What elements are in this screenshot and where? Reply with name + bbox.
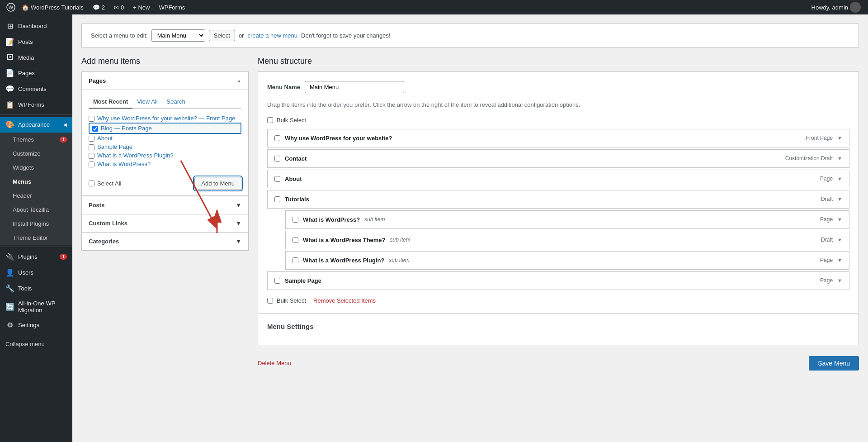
sidebar-item-posts[interactable]: 📝 Posts [0,34,72,50]
sidebar-item-all-in-one[interactable]: 🔄 All-in-One WP Migration [0,296,72,317]
menu-item-arrow-why-wp[interactable]: ▼ [837,135,842,141]
menu-item-checkbox-why-wp[interactable] [274,135,280,141]
sidebar-item-wpforms[interactable]: 📋 WPForms [0,97,72,113]
menu-item-checkbox-what-is-theme[interactable] [292,237,298,243]
avatar [850,2,861,13]
select-all-label[interactable]: Select All [89,180,121,187]
sidebar-item-dashboard[interactable]: ⊞ Dashboard [0,18,72,34]
page-label-blog[interactable]: Blog — Posts Page [101,125,152,132]
create-new-menu-link[interactable]: create a new menu [247,32,297,39]
menu-item-row-about: About Page ▼ [268,170,849,188]
bulk-select-bottom: Bulk Select Remove Selected Items [267,297,849,304]
menu-item-arrow-tutorials[interactable]: ▼ [837,196,842,202]
sidebar-item-header[interactable]: Header [0,189,72,203]
pages-icon: 📄 [5,69,14,77]
menu-item-arrow-what-is-wp[interactable]: ▼ [837,217,842,222]
adminbar-comments[interactable]: 💬 2 [89,0,108,14]
menu-item-checkbox-what-is-wp[interactable] [292,217,298,223]
menu-item-checkbox-sample-page[interactable] [274,278,280,284]
home-icon: 🏠 [22,4,29,11]
sidebar-item-install-plugins[interactable]: Install Plugins [0,217,72,231]
remove-selected-link[interactable]: Remove Selected Items [313,297,376,304]
pages-accordion-header[interactable]: Pages ▲ [82,72,248,90]
users-icon: 👤 [5,268,14,277]
categories-accordion-header[interactable]: Categories ▼ [82,233,248,250]
sidebar-item-settings[interactable]: ⚙ Settings [0,317,72,333]
menu-item-left-tutorials: Tutorials [274,196,309,203]
adminbar-wpforms[interactable]: WPForms [155,0,189,14]
posts-chevron-icon: ▼ [236,202,241,209]
sidebar-item-theme-editor[interactable]: Theme Editor [0,231,72,245]
sidebar-item-users[interactable]: 👤 Users [0,265,72,280]
select-all-checkbox[interactable] [89,181,94,186]
adminbar-new[interactable]: + New [129,0,153,14]
sidebar-label-tools: Tools [18,285,32,292]
tab-search[interactable]: Search [162,95,190,109]
wp-logo[interactable]: W [4,0,18,14]
new-label: + New [133,4,150,11]
menu-item-arrow-what-is-plugin[interactable]: ▼ [837,257,842,263]
menu-select-dropdown[interactable]: Main Menu [151,29,205,42]
page-checkbox-what-plugin[interactable] [89,153,94,159]
menu-item-arrow-sample-page[interactable]: ▼ [837,278,842,283]
sidebar-item-comments[interactable]: 💬 Comments [0,81,72,97]
sidebar-item-about-teczilla[interactable]: About Teczilla [0,203,72,217]
menu-item-sample-page: Sample Page Page ▼ [267,271,849,290]
page-checkbox-what-wp[interactable] [89,162,94,167]
appearance-icon: 🎨 [5,120,14,129]
menu-item-arrow-what-is-theme[interactable]: ▼ [837,237,842,242]
tab-view-all[interactable]: View All [132,95,162,109]
bulk-select-top-checkbox[interactable] [267,117,273,123]
page-label-why-wp[interactable]: Why use WordPress for your website? — Fr… [97,115,235,122]
page-checkbox-why-wp[interactable] [89,116,94,122]
page-checkbox-sample[interactable] [89,144,94,150]
add-to-menu-button[interactable]: Add to Menu [194,177,241,190]
sidebar-item-customize[interactable]: Customize [0,147,72,161]
page-label-about[interactable]: About [97,135,113,142]
adminbar-site[interactable]: 🏠 WordPress Tutorials [18,0,87,14]
menu-item-arrow-about[interactable]: ▼ [837,176,842,181]
menu-item-checkbox-tutorials[interactable] [274,196,280,202]
sidebar-item-themes[interactable]: Themes 1 [0,133,72,147]
sidebar-label-posts: Posts [18,38,33,45]
page-checkbox-blog[interactable] [92,126,98,132]
bulk-select-bottom-checkbox[interactable] [267,298,273,304]
pages-chevron-icon: ▲ [237,78,241,83]
page-label-what-wp[interactable]: What is WordPress? [97,161,151,167]
sidebar-label-plugins: Plugins [18,253,38,260]
bulk-select-top-label[interactable]: Bulk Select [277,117,306,124]
page-label-sample[interactable]: Sample Page [97,143,132,150]
menu-item-right-sample-page: Page ▼ [820,277,842,284]
bulk-select-bottom-label[interactable]: Bulk Select [277,297,306,304]
sidebar-item-menus[interactable]: Menus [0,175,72,189]
sidebar-item-appearance[interactable]: 🎨 Appearance ◀ [0,117,72,133]
posts-icon: 📝 [5,38,14,46]
menu-item-why-wp: Why use WordPress for your website? Fron… [267,129,849,147]
adminbar-howdy[interactable]: Howdy, admin [808,0,864,14]
custom-links-accordion-header[interactable]: Custom Links ▼ [82,214,248,232]
pages-tabs: Most Recent View All Search [89,95,241,109]
menu-item-badge-what-is-plugin: sub item [389,257,409,263]
adminbar-messages[interactable]: ✉ 0 [110,0,127,14]
page-label-what-plugin[interactable]: What is a WordPress Plugin? [97,152,174,159]
menu-item-right-what-is-wp: Page ▼ [820,216,842,223]
delete-menu-link[interactable]: Delete Menu [258,360,291,366]
sidebar-label-pages: Pages [18,70,35,76]
save-menu-button[interactable]: Save Menu [809,356,859,371]
sidebar-item-media[interactable]: 🖼 Media [0,50,72,65]
menu-item-arrow-contact[interactable]: ▼ [837,156,842,161]
posts-accordion-header[interactable]: Posts ▼ [82,196,248,214]
sidebar-item-widgets[interactable]: Widgets [0,161,72,175]
menu-item-checkbox-what-is-plugin[interactable] [292,257,298,263]
tab-most-recent[interactable]: Most Recent [89,95,132,109]
select-button[interactable]: Select [209,30,235,41]
menu-item-checkbox-about[interactable] [274,176,280,182]
collapse-menu-button[interactable]: Collapse menu [0,337,72,351]
page-checkbox-about[interactable] [89,136,94,142]
sidebar-item-plugins[interactable]: 🔌 Plugins 1 [0,249,72,265]
menu-item-title-what-is-wp: What is WordPress? [303,216,360,223]
sidebar-item-pages[interactable]: 📄 Pages [0,65,72,81]
sidebar-item-tools[interactable]: 🔧 Tools [0,280,72,296]
menu-name-input[interactable]: Main Menu [305,81,404,93]
menu-item-checkbox-contact[interactable] [274,156,280,162]
